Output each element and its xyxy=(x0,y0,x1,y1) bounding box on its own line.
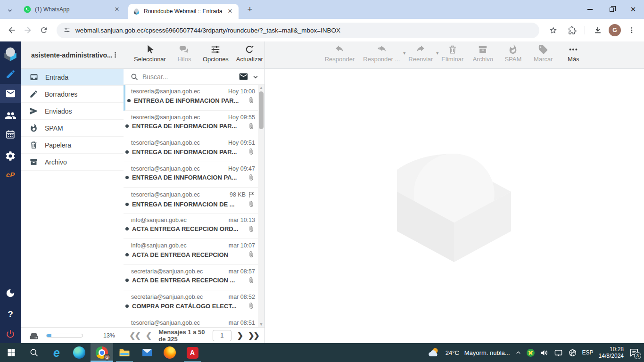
page-input[interactable] xyxy=(213,330,231,341)
taskbar-explorer-button[interactable] xyxy=(113,343,136,362)
mail-icon xyxy=(5,88,16,99)
mark-button[interactable]: Marcar xyxy=(532,44,554,63)
first-page-button[interactable]: ❮❮ xyxy=(129,331,140,340)
contacts-icon xyxy=(5,110,17,122)
profile-avatar[interactable]: G xyxy=(609,24,621,36)
weather-temp[interactable]: 24°C xyxy=(446,349,459,356)
cast-display-icon[interactable] xyxy=(554,348,563,357)
bookmark-button[interactable] xyxy=(545,22,561,38)
message-row[interactable]: secretaria@sanjuan.gob.ec mar 08:57 ACTA… xyxy=(124,265,258,291)
url-bar[interactable]: webmail.sanjuan.gob.ec/cpsess6960507744/… xyxy=(57,23,539,38)
last-page-button[interactable]: ❯❯ xyxy=(248,331,259,340)
action-center-button[interactable]: 3 xyxy=(629,347,639,358)
message-list-pane: tesoreria@sanjuan.gob.ec Hoy 10:00 ENTRE… xyxy=(124,69,265,343)
forward-button[interactable] xyxy=(20,22,36,38)
downloads-button[interactable] xyxy=(590,22,606,38)
search-input[interactable] xyxy=(142,73,235,81)
antivirus-tray-icon[interactable] xyxy=(527,349,535,357)
threads-button[interactable]: Hilos xyxy=(173,44,195,63)
contacts-nav-button[interactable] xyxy=(0,106,21,125)
taskbar-clock[interactable]: 10:28 14/8/2024 xyxy=(599,346,624,359)
message-row[interactable]: tesoreria@sanjuan.gob.ec Hoy 09:51 ENTRE… xyxy=(124,136,258,162)
prev-page-button[interactable]: ❮ xyxy=(146,331,151,340)
options-button[interactable]: Opciones xyxy=(203,44,229,63)
language-indicator[interactable]: ESP xyxy=(582,349,594,356)
start-button[interactable] xyxy=(0,343,23,362)
message-row[interactable]: tesoreria@sanjuan.gob.ec mar 08:51 xyxy=(124,316,258,328)
folder-enviados[interactable]: Enviados xyxy=(21,103,124,120)
refresh-button[interactable] xyxy=(36,22,52,38)
scroll-up-icon[interactable]: ▲ xyxy=(258,85,264,90)
calendar-nav-button[interactable] xyxy=(0,125,21,144)
taskbar-acrobat-button[interactable]: A xyxy=(181,343,204,362)
message-sender: info@sanjuan.gob.ec xyxy=(131,242,187,249)
folder-papelera[interactable]: Papelera xyxy=(21,137,124,154)
scrollbar-thumb[interactable] xyxy=(259,91,264,129)
search-options-chevron-icon[interactable] xyxy=(252,74,259,80)
tab-whatsapp[interactable]: (1) WhatsApp ✕ xyxy=(19,0,125,19)
message-row[interactable]: info@sanjuan.gob.ec mar 10:13 ACTA ENTRE… xyxy=(124,214,258,239)
delete-button[interactable]: Eliminar xyxy=(441,44,463,63)
minimize-button[interactable] xyxy=(579,0,601,19)
browser-menu-button[interactable] xyxy=(624,22,640,38)
archive-button[interactable]: Archivo xyxy=(472,44,494,63)
tray-expand-chevron-icon[interactable] xyxy=(515,350,521,356)
back-button[interactable] xyxy=(4,22,20,38)
extensions-button[interactable] xyxy=(564,22,580,38)
compose-button[interactable] xyxy=(0,65,21,84)
spam-button[interactable]: SPAM xyxy=(502,44,524,63)
search-scope-mail-icon[interactable] xyxy=(239,72,248,82)
tab-search-button[interactable] xyxy=(3,4,17,16)
settings-nav-button[interactable] xyxy=(0,147,21,165)
folder-archivo[interactable]: Archivo xyxy=(21,154,124,171)
forward-button-mail[interactable]: Reenviar ▾ xyxy=(408,44,433,63)
message-meta: mar 08:51 xyxy=(229,320,255,326)
message-row[interactable]: info@sanjuan.gob.ec mar 10:07 ACTA DE EN… xyxy=(124,239,258,265)
folder-spam[interactable]: SPAM xyxy=(21,120,124,137)
flag-icon xyxy=(248,191,255,198)
more-button[interactable]: Más xyxy=(562,44,584,63)
scroll-down-icon[interactable]: ▼ xyxy=(258,322,264,327)
taskbar-firefox-button[interactable] xyxy=(158,343,181,362)
dropdown-caret[interactable]: ▾ xyxy=(436,50,438,56)
message-row[interactable]: tesoreria@sanjuan.gob.ec Hoy 10:00 ENTRE… xyxy=(124,85,258,111)
taskbar-mail-button[interactable] xyxy=(136,343,158,362)
reply-button[interactable]: Responder xyxy=(325,44,355,63)
refresh-mail-button[interactable]: Actualizar xyxy=(236,44,263,63)
select-button[interactable]: Seleccionar xyxy=(134,44,166,63)
close-button[interactable]: ✕ xyxy=(622,0,644,19)
restore-button[interactable] xyxy=(601,0,622,19)
volume-icon[interactable] xyxy=(540,348,549,357)
message-list: tesoreria@sanjuan.gob.ec Hoy 10:00 ENTRE… xyxy=(124,85,264,327)
dark-mode-button[interactable] xyxy=(0,284,21,303)
dropdown-caret[interactable]: ▾ xyxy=(403,50,405,56)
taskbar-search-button[interactable] xyxy=(23,343,45,362)
list-scrollbar[interactable]: ▲ ▼ xyxy=(258,85,264,327)
cpanel-button[interactable]: cP xyxy=(0,165,21,184)
message-row[interactable]: tesoreria@sanjuan.gob.ec 98 KB ENTREGA D… xyxy=(124,188,258,214)
reply-all-button[interactable]: Responder ... ▾ xyxy=(363,44,400,63)
folder-borradores[interactable]: Borradores xyxy=(21,86,124,103)
next-page-button[interactable]: ❯ xyxy=(237,331,242,340)
weather-icon[interactable] xyxy=(427,347,440,358)
message-row[interactable]: tesoreria@sanjuan.gob.ec Hoy 09:47 ENTRE… xyxy=(124,162,258,188)
taskbar-chrome-button[interactable]: G xyxy=(91,343,113,362)
logout-button[interactable] xyxy=(0,325,21,344)
folder-entrada[interactable]: Entrada xyxy=(21,69,124,86)
tab-roundcube[interactable]: Roundcube Webmail :: Entrada ✕ xyxy=(128,4,239,19)
message-row[interactable]: secretaria@sanjuan.gob.ec mar 08:52 COMP… xyxy=(124,290,258,316)
mail-nav-button[interactable] xyxy=(0,84,21,103)
tab-close-icon[interactable]: ✕ xyxy=(226,8,234,15)
tab-close-icon[interactable]: ✕ xyxy=(113,6,121,13)
folder-label: SPAM xyxy=(45,124,63,132)
help-button[interactable]: ? xyxy=(0,305,21,324)
weather-desc[interactable]: Mayorm. nubla... xyxy=(464,349,510,356)
new-tab-button[interactable]: + xyxy=(244,4,256,16)
message-row[interactable]: tesoreria@sanjuan.gob.ec Hoy 09:55 ENTRE… xyxy=(124,111,258,137)
folder-menu-button[interactable] xyxy=(112,51,119,58)
taskbar-ie-button[interactable]: e xyxy=(45,343,68,362)
network-globe-icon[interactable] xyxy=(568,348,577,357)
app-rail: cP ? xyxy=(0,41,21,343)
toolbar-left: Seleccionar Hilos Opciones Actualizar xyxy=(124,41,265,68)
taskbar-edge-button[interactable] xyxy=(68,343,91,362)
